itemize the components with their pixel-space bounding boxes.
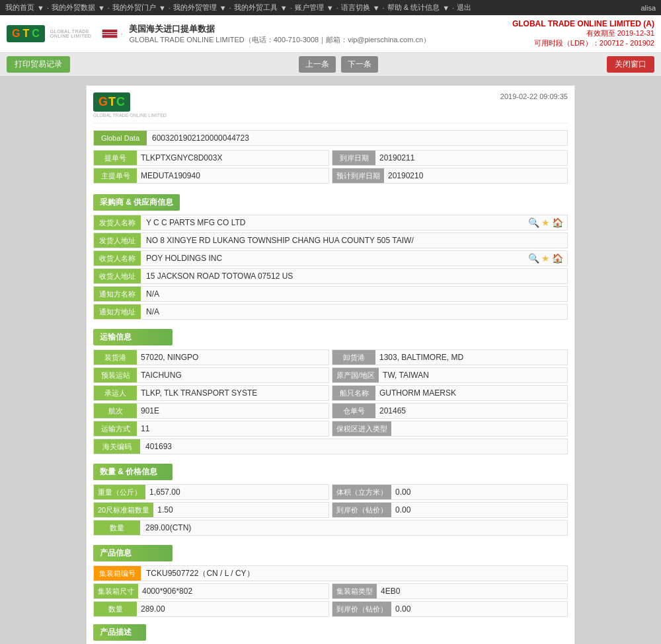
- global-data-row: Global Data 6003201902120000044723: [93, 130, 568, 146]
- quantity-section-header: 数量 & 价格信息: [93, 464, 173, 480]
- master-bill-value: MEDUTA190940: [137, 170, 329, 182]
- nav-logout[interactable]: 退出: [457, 3, 471, 13]
- nav-home[interactable]: 我的首页: [5, 3, 34, 13]
- nav-sep5: ·: [290, 4, 292, 12]
- bill-no-value: TLKPTXGNYC8D003X: [137, 152, 329, 164]
- nav-sep6: ·: [336, 4, 338, 12]
- warehouse-label: 仓单号: [332, 404, 375, 418]
- nav-sep8: ·: [452, 4, 454, 12]
- shipper-name-value: Y C C PARTS MFG CO LTD: [141, 217, 524, 229]
- transport-label: 运输方式: [94, 421, 137, 436]
- bonded-value: [391, 427, 567, 430]
- vessel-value: GUTHORM MAERSK: [375, 387, 567, 399]
- warehouse-value: 201465: [375, 405, 567, 417]
- loading-port-field: 装货港 57020, NINGPO: [93, 349, 329, 365]
- quantity-value: 289.00(CTN): [140, 522, 567, 534]
- arrival-date-value: 20190211: [375, 152, 567, 164]
- arrival-date-label: 到岸日期: [332, 151, 375, 165]
- carrier-value: TLKP, TLK TRANSPORT SYSTE: [137, 387, 329, 399]
- ldr-info: 可用时段（LDR）：200712 - 201902: [512, 38, 654, 48]
- next-button[interactable]: 下一条: [341, 56, 378, 73]
- shipper-name-icons: 🔍 ★ 🏠: [524, 216, 567, 229]
- customs-row: 海关编码 401693: [93, 439, 568, 454]
- page-title: 美国海关进口提单数据: [129, 23, 512, 35]
- weight-volume-row: 重量（公斤） 1,657.00 体积（立方米） 0.00: [93, 484, 568, 500]
- notify-name-row: 通知方名称 N/A: [93, 286, 568, 302]
- arrival-price-label: 到岸价（钻价）: [332, 503, 391, 517]
- qty-arrival-row: 数量 289.00 到岸价（钻价） 0.00: [93, 601, 568, 617]
- estimated-date-value: 20190210: [384, 170, 567, 182]
- consignee-addr-label: 收货人地址: [94, 269, 141, 283]
- pre-carriage-field: 预装运站 TAICHUNG: [93, 367, 329, 383]
- nav-language[interactable]: 语言切换: [341, 3, 370, 13]
- bill-no-field: 提单号 TLKPTXGNYC8D003X: [93, 150, 329, 166]
- bill-no-label: 提单号: [94, 151, 137, 165]
- container-size-value: 4000*906*802: [138, 585, 329, 597]
- shipper-addr-row: 发货人地址 NO 8 XINGYE RD LUKANG TOWNSHIP CHA…: [93, 233, 568, 248]
- company-contact: GLOBAL TRADE ONLINE LIMITED（电话：400-710-3…: [129, 35, 512, 45]
- container-type-value: 4EB0: [377, 585, 567, 597]
- master-bill-label: 主提单号: [94, 168, 137, 183]
- nav-manage[interactable]: 我的外贸管理: [173, 3, 217, 13]
- nav-sep2: ·: [108, 4, 110, 12]
- voyage-value: 901E: [137, 405, 329, 417]
- customs-value: 401693: [140, 441, 567, 452]
- prod-arrival-price-label: 到岸价（钻价）: [332, 602, 391, 616]
- carrier-label: 承运人: [94, 386, 137, 400]
- user-info: alisa: [641, 4, 656, 12]
- loading-port-label: 装货港: [94, 350, 137, 365]
- nav-sep3: ·: [169, 4, 171, 12]
- notify-addr-value: N/A: [141, 306, 567, 318]
- nav-account[interactable]: 账户管理: [295, 3, 324, 13]
- star-icon[interactable]: ★: [541, 217, 550, 228]
- flag-sep: ·: [120, 30, 122, 38]
- vessel-label: 船只名称: [332, 386, 375, 400]
- logo-subtitle: GLOBAL TRADEONLINE LIMITED: [50, 29, 92, 38]
- home-icon2[interactable]: 🏠: [552, 253, 563, 264]
- consignee-addr-row: 收货人地址 15 JACKSON ROAD TOTOWA 07512 US: [93, 268, 568, 284]
- qty-value: 289.00: [137, 603, 329, 615]
- transport-bonded-row: 运输方式 11 保税区进入类型: [93, 421, 568, 437]
- bill-arrival-row: 提单号 TLKPTXGNYC8D003X 到岸日期 20190211: [93, 150, 568, 166]
- std-container-value: 1.50: [153, 504, 329, 516]
- nav-portal[interactable]: 我的外贸门户: [112, 3, 156, 13]
- star-icon2[interactable]: ★: [541, 253, 550, 264]
- brand-name: GLOBAL TRADE ONLINE LIMITED (A): [512, 19, 654, 28]
- quantity-row: 数量 289.00(CTN): [93, 520, 568, 536]
- product-desc-header: 产品描述: [93, 624, 146, 641]
- std-container-field: 20尺标准箱数量 1.50: [93, 502, 329, 518]
- doc-header: GTC GLOBAL TRADE ONLINE LIMITED 2019-02-…: [93, 92, 568, 124]
- container-no-row: 集装箱编号 TCKU9507722（CN / L / CY）: [93, 565, 568, 581]
- master-estimated-row: 主提单号 MEDUTA190940 预计到岸日期 20190210: [93, 168, 568, 184]
- nav-help[interactable]: 帮助 & 统计信息: [387, 3, 440, 13]
- shipper-section-header: 采购商 & 供应商信息: [93, 194, 180, 211]
- consignee-addr-value: 15 JACKSON ROAD TOTOWA 07512 US: [141, 270, 567, 282]
- logo-area: GTC GLOBAL TRADEONLINE LIMITED ·: [7, 25, 122, 42]
- nav-buttons: 上一条 下一条: [297, 56, 379, 73]
- arrival-price-value: 0.00: [391, 504, 567, 516]
- bonded-field: 保税区进入类型: [332, 421, 568, 437]
- estimated-date-label: 预计到岸日期: [332, 168, 384, 183]
- quantity-label: 数量: [94, 520, 140, 535]
- notify-name-value: N/A: [141, 288, 567, 300]
- origin-field: 原产国/地区 TW, TAIWAN: [332, 367, 568, 383]
- close-button[interactable]: 关闭窗口: [607, 56, 654, 73]
- nav-data[interactable]: 我的外贸数据: [52, 3, 95, 13]
- discharge-port-value: 1303, BALTIMORE, MD: [375, 351, 567, 363]
- search-icon2[interactable]: 🔍: [528, 253, 539, 264]
- home-icon[interactable]: 🏠: [552, 217, 563, 228]
- search-icon[interactable]: 🔍: [528, 217, 539, 228]
- discharge-port-label: 卸货港: [332, 350, 375, 365]
- shipping-section: 运输信息 装货港 57020, NINGPO 卸货港 1303, BALTIMO…: [93, 324, 568, 454]
- warehouse-field: 仓单号 201465: [332, 403, 568, 419]
- print-button[interactable]: 打印贸易记录: [7, 56, 70, 73]
- origin-label: 原产国/地区: [332, 368, 379, 382]
- shipper-name-label: 发货人名称: [94, 215, 141, 230]
- estimated-date-field: 预计到岸日期 20190210: [332, 168, 568, 184]
- prev-button[interactable]: 上一条: [299, 56, 336, 73]
- carriage-origin-row: 预装运站 TAICHUNG 原产国/地区 TW, TAIWAN: [93, 367, 568, 383]
- container-size-type-row: 集装箱尺寸 4000*906*802 集装箱类型 4EB0: [93, 583, 568, 599]
- std-container-label: 20尺标准箱数量: [94, 503, 153, 517]
- container-size-field: 集装箱尺寸 4000*906*802: [93, 583, 329, 599]
- nav-tools[interactable]: 我的外贸工具: [234, 3, 278, 13]
